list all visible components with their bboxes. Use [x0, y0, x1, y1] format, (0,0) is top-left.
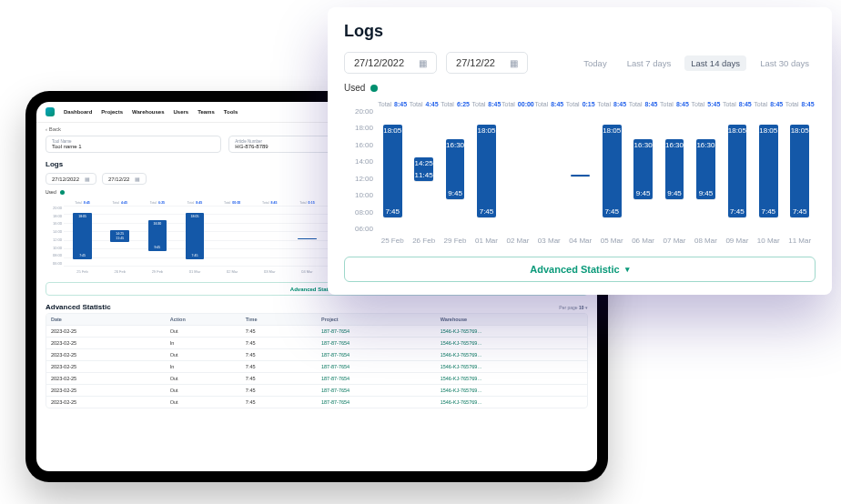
nav-item-dashboard[interactable]: Dashboard	[64, 109, 92, 115]
per-page-control[interactable]: Per page 10 ▾	[559, 305, 588, 310]
bar-end-label: 14:25	[414, 159, 433, 167]
app-logo-icon	[46, 107, 55, 116]
usage-bar[interactable]: 14:2511:45	[414, 157, 433, 181]
table-cell[interactable]: 187-87-7654	[317, 338, 436, 348]
usage-bar[interactable]: 16:309:45	[446, 139, 465, 200]
nav-item-warehouses[interactable]: Warehouses	[132, 109, 164, 115]
table-row[interactable]: 2023-02-25Out7:45187-87-76541546-KJ-7657…	[46, 348, 587, 360]
usage-bar[interactable]: 18:057:45	[790, 125, 809, 217]
bar-start-label: 12:15	[571, 166, 590, 175]
y-tick: 18:00	[344, 124, 373, 132]
bar-col: Total 8:4503 Mar	[533, 95, 564, 247]
table-row[interactable]: 2023-02-25In7:45187-87-76541546-KJ-76576…	[46, 337, 587, 348]
bar-end-label: 18:05	[759, 126, 778, 135]
usage-bar[interactable]: 16:309:45	[665, 139, 684, 200]
nav-item-tools[interactable]: Tools	[224, 109, 238, 115]
date-from-input[interactable]: 27/12/2022 ▦	[344, 52, 437, 74]
usage-bar[interactable]: 16:309:45	[696, 139, 715, 200]
table-cell[interactable]: 1546-KJ-765769…	[436, 349, 587, 360]
bar-total-label: Total 8:45	[472, 95, 502, 107]
usage-bar[interactable]: 12:3012:15	[298, 238, 317, 239]
table-cell: 2023-02-25	[46, 349, 166, 360]
usage-bar[interactable]: 18:057:45	[383, 125, 402, 217]
usage-bar[interactable]: 18:057:45	[73, 213, 92, 259]
usage-bar[interactable]: 16:309:45	[633, 139, 653, 200]
quick-range-last-7-days[interactable]: Last 7 days	[621, 55, 678, 71]
table-cell[interactable]: 1546-KJ-765769…	[436, 397, 587, 408]
table-cell[interactable]: 187-87-7654	[317, 397, 436, 408]
usage-bar[interactable]: 18:057:45	[603, 125, 622, 217]
bar-end-label: 18:05	[603, 126, 622, 135]
bar-zone: 12:3012:15	[289, 205, 326, 267]
y-tick: 10:00	[344, 191, 373, 199]
table-cell[interactable]: 187-87-7654	[317, 361, 436, 372]
table-cell[interactable]: 187-87-7654	[317, 373, 436, 384]
usage-bar[interactable]: 16:309:45	[148, 220, 167, 250]
table-cell[interactable]: 1546-KJ-765769…	[436, 326, 587, 337]
nav-item-projects[interactable]: Projects	[101, 109, 123, 115]
date-to-input-small[interactable]: 27/12/22 ▦	[102, 173, 147, 185]
nav-item-users[interactable]: Users	[174, 109, 189, 115]
table-cell: Out	[166, 373, 241, 384]
bar-start-label: 12:15	[298, 234, 317, 237]
x-tick: 01 Mar	[475, 233, 498, 247]
usage-bar[interactable]: 12:3012:15	[571, 175, 590, 176]
table-header-date: Date	[46, 314, 166, 325]
bar-start-label: 7:45	[186, 254, 205, 257]
bar-col: Total 8:4518:057:4511 Mar	[784, 95, 815, 247]
bar-col: Total 8:4518:057:4505 Mar	[596, 95, 627, 247]
bar-end-label: 18:05	[186, 215, 205, 218]
bar-col: Total 5:4516:309:4508 Mar	[690, 95, 721, 247]
per-page-value: 10	[579, 305, 584, 310]
bar-zone	[502, 107, 533, 233]
table-cell[interactable]: 187-87-7654	[317, 385, 436, 396]
table-cell: 7:45	[241, 338, 317, 348]
bar-total-label: Total 8:45	[754, 95, 783, 107]
bars: Total 8:4518:057:4525 FebTotal 4:4514:25…	[377, 95, 816, 247]
quick-range-today[interactable]: Today	[577, 55, 613, 71]
table-row[interactable]: 2023-02-25Out7:45187-87-76541546-KJ-7657…	[46, 325, 587, 337]
x-tick: 04 Mar	[301, 267, 312, 278]
bar-zone: 18:057:45	[377, 107, 408, 233]
usage-bar[interactable]: 18:057:45	[477, 125, 496, 217]
table-row[interactable]: 2023-02-25Out7:45187-87-76541546-KJ-7657…	[46, 396, 587, 408]
usage-bar[interactable]: 14:2511:45	[110, 230, 129, 242]
bar-start-label: 7:45	[759, 207, 778, 216]
table-row[interactable]: 2023-02-25Out7:45187-87-76541546-KJ-7657…	[46, 372, 587, 384]
x-tick: 03 Mar	[264, 267, 275, 278]
legend-used-label-small: Used	[46, 189, 56, 195]
quick-range-last-30-days[interactable]: Last 30 days	[754, 55, 816, 71]
advanced-statistic-button[interactable]: Advanced Statistic ▾	[344, 257, 816, 282]
date-to-input[interactable]: 27/12/22 ▦	[446, 52, 528, 74]
quick-range-last-14-days[interactable]: Last 14 days	[684, 55, 746, 71]
bar-total-label: Total 00:00	[502, 95, 534, 107]
table-cell[interactable]: 187-87-7654	[317, 326, 436, 337]
bar-col: Total 8:4518:057:4525 Feb	[64, 197, 101, 278]
usage-bar[interactable]: 18:057:45	[728, 125, 747, 217]
x-tick: 08 Mar	[694, 233, 717, 247]
advanced-statistic-title: Advanced Statistic	[46, 303, 111, 311]
table-row[interactable]: 2023-02-25Out7:45187-87-76541546-KJ-7657…	[46, 384, 587, 396]
table-cell[interactable]: 1546-KJ-765769…	[436, 338, 587, 348]
bar-col: Total 4:4514:2511:4526 Feb	[408, 95, 439, 247]
chevron-down-icon: ▾	[625, 265, 630, 274]
bar-col: Total 00:0002 Mar	[502, 95, 533, 247]
bar-start-label: 7:45	[603, 207, 622, 216]
nav-item-teams[interactable]: Teams	[198, 109, 215, 115]
bar-zone: 18:057:45	[753, 107, 784, 233]
table-cell[interactable]: 1546-KJ-765769…	[436, 361, 587, 372]
table-cell[interactable]: 1546-KJ-765769…	[436, 373, 587, 384]
usage-bar[interactable]: 18:057:45	[759, 125, 778, 217]
tool-name-field[interactable]: Tool Name Tool name 1	[46, 136, 221, 153]
bar-col: Total 6:2516:309:4529 Feb	[440, 95, 471, 247]
date-from-value-small: 27/12/2022	[52, 176, 79, 182]
date-from-input-small[interactable]: 27/12/2022 ▦	[46, 173, 96, 185]
bar-end-label: 12:30	[298, 240, 317, 244]
usage-bar[interactable]: 18:057:45	[186, 213, 205, 259]
x-tick: 09 Mar	[725, 233, 748, 247]
table-cell[interactable]: 187-87-7654	[317, 349, 436, 360]
table-row[interactable]: 2023-02-25In7:45187-87-76541546-KJ-76576…	[46, 360, 587, 372]
logs-title: Logs	[344, 22, 816, 41]
x-tick: 03 Mar	[538, 233, 561, 247]
table-cell[interactable]: 1546-KJ-765769…	[436, 385, 587, 396]
